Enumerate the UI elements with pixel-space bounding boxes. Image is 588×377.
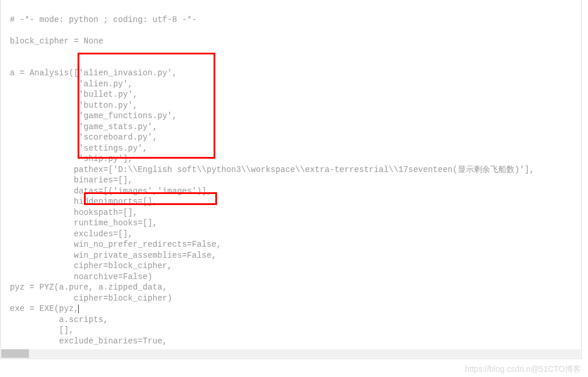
code-line: 'ship.py'],	[10, 154, 133, 163]
code-line: exclude_binaries=True,	[10, 336, 167, 346]
code-line: excludes=[],	[10, 229, 133, 239]
code-editor-pane[interactable]: # -*- mode: python ; coding: utf-8 -*- b…	[0, 0, 582, 359]
code-line: hiddenimports=[],	[10, 197, 157, 206]
code-line: noarchive=False)	[10, 272, 153, 281]
code-line: datas=[('images','images')],	[10, 186, 212, 196]
text-caret	[78, 305, 79, 313]
code-line: 'settings.py',	[10, 144, 148, 153]
code-line: 'bullet.py',	[10, 90, 138, 99]
code-line: cipher=block_cipher)	[10, 294, 172, 303]
code-line: a.scripts,	[10, 315, 108, 324]
code-line: runtime_hooks=[],	[10, 218, 157, 228]
code-line: exe = EXE(pyz,	[10, 304, 79, 313]
code-line: [],	[10, 325, 74, 335]
code-line: hookspath=[],	[10, 208, 138, 217]
code-line: win_no_prefer_redirects=False,	[10, 240, 222, 249]
code-line: # -*- mode: python ; coding: utf-8 -*-	[10, 15, 197, 24]
code-line: 'alien.py',	[10, 79, 133, 89]
scrollbar-thumb[interactable]	[1, 349, 29, 358]
code-line: a = Analysis(['alien_invasion.py',	[10, 68, 177, 78]
code-block: # -*- mode: python ; coding: utf-8 -*- b…	[10, 3, 581, 377]
code-line: pyz = PYZ(a.pure, a.zipped_data,	[10, 283, 167, 292]
code-line: binaries=[],	[10, 175, 133, 185]
code-line: block_cipher = None	[10, 36, 104, 46]
code-text: exe = EXE(pyz,	[10, 304, 79, 313]
code-line: pathex=['D:\\English soft\\python3\\work…	[10, 165, 534, 174]
horizontal-scrollbar[interactable]	[1, 349, 580, 358]
code-line: 'game_functions.py',	[10, 111, 177, 120]
code-line: 'scoreboard.py',	[10, 133, 157, 142]
code-line: 'game_stats.py',	[10, 122, 157, 131]
code-line: cipher=block_cipher,	[10, 261, 172, 270]
code-line: 'button.py',	[10, 101, 138, 110]
code-line: win_private_assemblies=False,	[10, 251, 216, 260]
